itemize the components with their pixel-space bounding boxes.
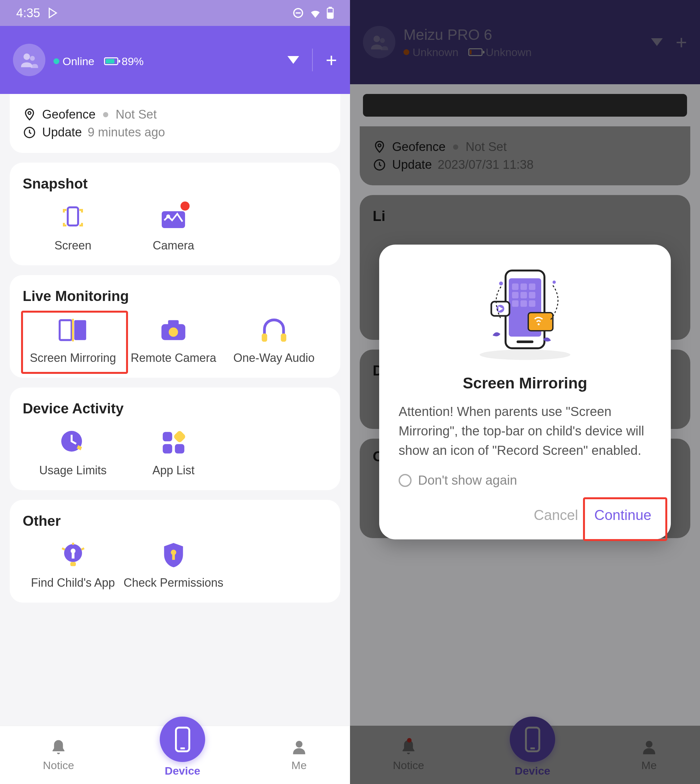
device-activity-card: Device Activity Usage Limits App List [10,388,340,490]
svg-point-65 [553,281,556,284]
svg-rect-3 [329,7,331,8]
svg-rect-23 [163,444,172,453]
snapshot-title: Snapshot [23,176,327,192]
svg-point-6 [30,56,35,61]
statusbar: 4:35 [0,0,350,26]
update-label: Update [42,125,82,139]
find-child-label: Find Child's App [31,576,115,589]
snapshot-card: Snapshot Screen Camera [10,163,340,265]
dont-show-label: Don't show again [418,473,517,488]
one-way-audio-label: One-Way Audio [233,351,315,365]
svg-rect-50 [512,283,518,290]
app-list-label: App List [152,464,195,477]
device-header: Online 89% + [0,26,350,94]
remote-camera-icon [159,319,188,341]
highlight-screen-mirroring [21,311,128,374]
svg-point-64 [499,281,503,285]
svg-point-11 [166,215,170,218]
svg-rect-58 [529,300,535,307]
online-dot [53,58,59,64]
divider [312,48,313,71]
screen-mirroring-dialog: Screen Mirroring Attention! When parents… [379,245,671,539]
nav-notice[interactable]: Notice [43,739,74,772]
nav-me[interactable]: Me [291,739,307,772]
lightbulb-icon [59,541,87,569]
svg-rect-9 [68,207,78,225]
svg-rect-28 [70,562,76,566]
wifi-icon [309,7,322,20]
person-icon [291,739,307,756]
remote-camera[interactable]: Remote Camera [123,316,223,365]
app-list[interactable]: App List [123,428,223,477]
svg-rect-55 [529,292,535,298]
svg-point-17 [169,328,178,337]
one-way-audio[interactable]: One-Way Audio [223,316,324,365]
dont-show-again[interactable]: Don't show again [398,473,652,488]
status-time: 4:35 [16,6,40,20]
info-strip: Geofence Not Set Update 9 minutes ago [10,94,340,153]
nav-device-label: Device [165,764,200,777]
svg-rect-57 [520,300,527,307]
dialog-body: Attention! When parents use "Screen Mirr… [398,402,652,460]
usage-limits-label: Usage Limits [39,464,107,477]
svg-point-63 [538,323,540,325]
usage-limits-icon [60,429,86,456]
headphones-icon [260,317,288,343]
dialog-illustration [398,264,652,361]
screen-icon [60,205,86,231]
camera-badge [180,201,190,211]
svg-point-5 [24,53,30,60]
shield-icon [162,541,186,569]
screen-left: 4:35 Online 89% + Geofence [0,0,350,784]
svg-rect-52 [529,283,535,290]
bell-icon [50,739,67,756]
nav-notice-label: Notice [43,759,74,772]
svg-point-29 [171,549,176,555]
snapshot-screen[interactable]: Screen [23,203,123,252]
svg-rect-22 [173,431,185,443]
snapshot-camera[interactable]: Camera [123,203,223,252]
svg-rect-16 [168,320,179,325]
svg-rect-30 [172,554,175,560]
battery-percent: 89% [122,55,143,68]
radio-icon[interactable] [398,474,412,487]
dot-separator [103,112,108,117]
other-card: Other Find Child's App Check Permissions [10,500,340,603]
screen-right: Meizu PRO 6 Unknown Unknown + Geofence N… [350,0,700,784]
svg-point-7 [28,112,31,114]
svg-rect-53 [512,292,518,298]
svg-rect-54 [520,292,527,298]
check-permissions[interactable]: Check Permissions [123,540,223,589]
geofence-label: Geofence [42,108,96,122]
svg-rect-24 [175,444,184,453]
screen-mirroring[interactable]: Screen Mirroring [23,316,123,365]
clock-icon [23,126,36,139]
svg-rect-27 [72,553,75,559]
remote-camera-label: Remote Camera [131,351,216,365]
usage-limits[interactable]: Usage Limits [23,428,123,477]
cancel-button[interactable]: Cancel [534,507,578,523]
geofence-icon [23,108,36,122]
app-list-icon [162,431,186,455]
find-child-app[interactable]: Find Child's App [23,540,123,589]
battery-status-icon [327,7,334,19]
other-title: Other [23,513,327,529]
highlight-continue [583,497,667,541]
check-perm-label: Check Permissions [123,576,223,589]
device-dropdown[interactable] [287,56,299,64]
online-status: Online [63,55,94,68]
live-title: Live Monitoring [23,288,327,304]
svg-rect-59 [517,341,533,343]
activity-title: Device Activity [23,400,327,417]
svg-rect-21 [163,432,172,441]
battery-icon [104,57,118,65]
screen-label: Screen [55,239,92,252]
dnd-icon [292,7,304,19]
dialog-title: Screen Mirroring [398,374,652,392]
nav-device[interactable]: Device [160,733,205,777]
svg-rect-4 [328,13,332,17]
add-device-button[interactable]: + [326,49,337,71]
nav-device-button[interactable] [160,717,205,762]
avatar[interactable] [13,44,45,76]
update-value: 9 minutes ago [88,125,165,139]
